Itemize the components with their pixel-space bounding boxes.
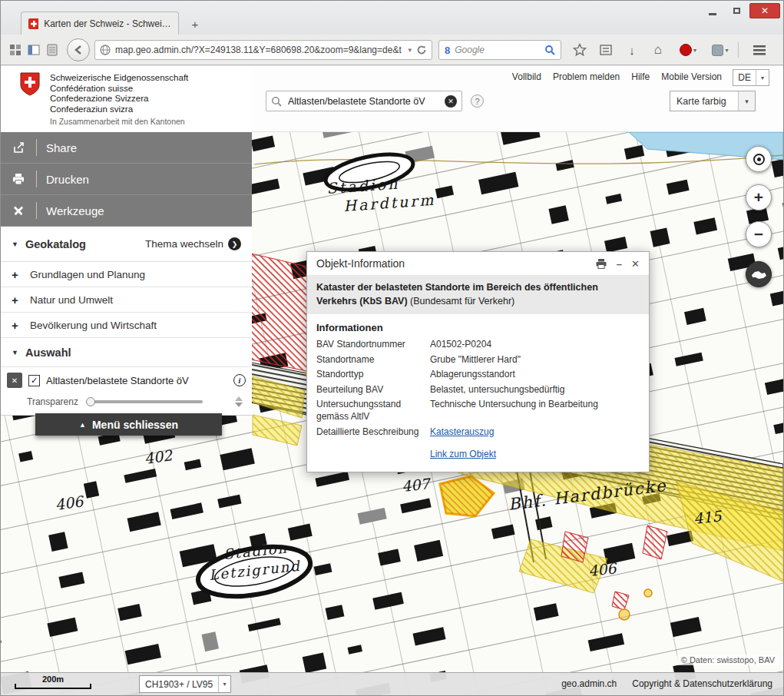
category-grundlagen[interactable]: + Grundlagen und Planung	[1, 262, 252, 287]
geolocate-icon	[753, 154, 765, 165]
new-tab-button[interactable]: +	[185, 15, 205, 33]
google-icon: 8	[445, 45, 450, 56]
field-label: BAV Standortnummer	[316, 339, 430, 351]
copyright-link[interactable]: Copyright & Datenschutzerklärung	[632, 678, 772, 689]
browser-search-bar[interactable]: 8 Google	[438, 40, 561, 60]
swiss-overview-button[interactable]	[746, 261, 772, 287]
layer-row: ✕ ✓ Altlasten/belastete Standorte öV i	[1, 367, 252, 393]
geocatalog-panel: ▼ Geokatalog Thema wechseln ❯ + Grundlag…	[1, 227, 252, 416]
field-row: Standortname Grube "Mittlerer Hard"	[316, 354, 640, 366]
bottom-bar: 200m CH1903+ / LV95 ▾ geo.admin.ch Copyr…	[1, 672, 783, 695]
popup-close-button[interactable]: ✕	[631, 258, 640, 270]
map-attribution[interactable]: © Daten: swisstopo, BAV	[677, 655, 779, 665]
link-mobile-version[interactable]: Mobile Version	[661, 71, 722, 82]
field-value: Belastet, untersuchungsbedürftig	[430, 384, 640, 396]
remove-layer-button[interactable]: ✕	[7, 373, 22, 388]
popup-print-button[interactable]	[595, 258, 607, 270]
projection-value: CH1903+ / LV95	[140, 679, 218, 690]
divider	[36, 139, 37, 156]
category-bevoelkerung[interactable]: + Bevölkerung und Wirtschaft	[1, 313, 252, 338]
category-label: Bevölkerung und Wirtschaft	[30, 320, 157, 331]
window-maximize-button[interactable]	[726, 3, 747, 18]
url-dropdown-icon[interactable]: ▾	[408, 46, 412, 54]
reload-icon[interactable]	[416, 45, 427, 55]
tools-icon	[1, 204, 36, 217]
expand-icon: +	[12, 293, 30, 307]
search-clear-button[interactable]: ✕	[445, 95, 457, 108]
background-layer-select[interactable]: Karte farbig ▾	[670, 91, 756, 111]
field-row: Beurteilung BAV Belastet, untersuchungsb…	[316, 384, 640, 396]
url-bar[interactable]: map.geo.admin.ch/?X=249138.11&Y=680698.2…	[94, 40, 432, 60]
window-close-button[interactable]: ✕	[749, 3, 780, 18]
confederation-text: Schweizerische Eidgenossenschaft Confédé…	[50, 73, 188, 114]
popup-minimize-button[interactable]: –	[617, 258, 622, 270]
transparency-slider[interactable]	[88, 400, 203, 403]
geolocate-button[interactable]	[746, 146, 772, 172]
field-label: Detaillierte Beschreibung	[316, 426, 430, 439]
object-link[interactable]: Link zum Objekt	[430, 449, 496, 459]
geocatalog-header[interactable]: ▼ Geokatalog Thema wechseln ❯	[1, 227, 252, 262]
selection-header[interactable]: ▼ Auswahl	[1, 338, 252, 367]
sidebar-item-print[interactable]: Drucken	[1, 164, 252, 195]
map-small-site-2	[644, 589, 652, 597]
bookmark-star-icon[interactable]	[572, 42, 587, 58]
change-theme-link[interactable]: Thema wechseln ❯	[145, 237, 241, 250]
search-input[interactable]	[286, 95, 440, 108]
extension-icon	[712, 45, 723, 56]
slider-knob[interactable]	[86, 397, 95, 406]
language-select[interactable]: DE ▾	[733, 69, 769, 86]
reader-notebook-icon[interactable]	[45, 43, 59, 57]
footer-links: geo.admin.ch Copyright & Datenschutzerkl…	[561, 678, 772, 689]
adblock-dropdown-icon: ▾	[693, 47, 696, 54]
print-icon	[1, 172, 36, 186]
object-info-popup: Objekt-Information – ✕ Kataster der bela…	[306, 251, 650, 472]
home-icon[interactable]: ⌂	[650, 42, 666, 58]
url-text: map.geo.admin.ch/?X=249138.11&Y=680698.2…	[115, 45, 403, 55]
menu-hamburger-button[interactable]	[749, 42, 770, 58]
back-arrow-icon	[72, 44, 84, 56]
change-theme-label: Thema wechseln	[145, 238, 223, 250]
field-label: Untersuchungsstand gemäss AltlV	[316, 399, 430, 423]
layer-checkbox[interactable]: ✓	[28, 375, 40, 386]
transparency-row: Transparenz	[1, 393, 252, 415]
link-report-problem[interactable]: Problem melden	[553, 71, 620, 82]
close-menu-button[interactable]: ▲ Menü schliessen	[35, 413, 222, 436]
projection-select[interactable]: CH1903+ / LV95 ▾	[139, 675, 231, 693]
switzerland-overview-icon	[750, 269, 767, 280]
zoom-out-button[interactable]: −	[746, 221, 772, 247]
chevron-down-icon: ▼	[12, 349, 18, 356]
tab-groups-icon[interactable]	[8, 43, 22, 57]
sidebar-item-tools[interactable]: Werkzeuge	[1, 195, 252, 227]
window-minimize-button[interactable]	[702, 3, 723, 18]
extension-button[interactable]: ▾	[707, 42, 733, 58]
downloads-icon[interactable]: ↓	[624, 42, 640, 58]
layer-info-button[interactable]: i	[233, 374, 246, 386]
field-value: Technische Untersuchung in Bearbeitung	[430, 399, 640, 423]
bookmarks-list-icon[interactable]	[598, 42, 614, 58]
language-dropdown-icon: ▾	[756, 70, 769, 85]
section-title: Informationen	[316, 322, 640, 333]
link-help[interactable]: Hilfe	[631, 71, 650, 82]
adblock-button[interactable]: ▾	[675, 42, 701, 58]
magnifier-icon[interactable]	[544, 45, 555, 55]
geoadmin-link[interactable]: geo.admin.ch	[561, 678, 617, 689]
kataster-link[interactable]: Katasterauszug	[430, 426, 494, 437]
adblock-icon	[680, 44, 692, 56]
search-help-button[interactable]: ?	[471, 94, 484, 108]
sidebar-panel-icon[interactable]	[27, 43, 41, 57]
popup-header[interactable]: Objekt-Information – ✕	[307, 252, 649, 275]
browser-tab[interactable]: Karten der Schweiz - Schweize...	[21, 12, 179, 35]
zoom-in-button[interactable]: +	[746, 184, 772, 210]
print-icon	[595, 258, 607, 270]
link-fullscreen[interactable]: Vollbild	[512, 71, 541, 82]
layer-reorder-buttons[interactable]	[235, 396, 243, 407]
map-search-box[interactable]: ✕	[266, 91, 462, 111]
globe-icon	[100, 45, 111, 55]
selection-title: Auswahl	[25, 346, 241, 359]
sidebar-item-share[interactable]: Share	[1, 132, 252, 164]
print-label: Drucken	[46, 173, 89, 186]
toolbar-separator	[738, 42, 739, 58]
back-button[interactable]	[67, 38, 90, 61]
geoadmin-page: Stadion Hardturm Bhf. Hardbrücke Stadion…	[1, 66, 783, 695]
category-natur[interactable]: + Natur und Umwelt	[1, 287, 252, 313]
